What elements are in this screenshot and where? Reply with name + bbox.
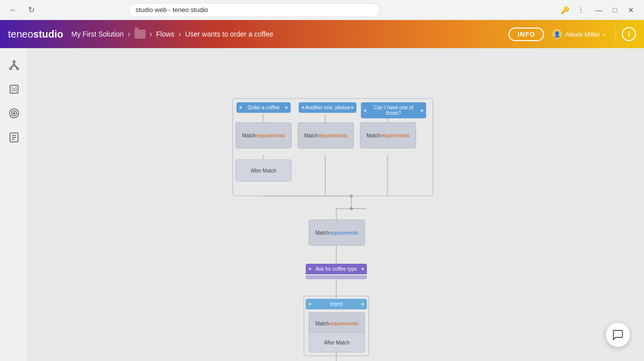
brand-logo: teneostudio [8,29,63,40]
node-order-coffee[interactable]: Order a coffee [236,102,291,113]
breadcrumb-sep-2: › [150,30,152,39]
info-button[interactable]: INFO [508,28,544,41]
breadcrumb: My First Solution › › Flows › User wants… [71,30,508,39]
svg-point-3 [13,64,15,66]
breadcrumb-sep-3: › [179,30,181,39]
kebab-menu-button[interactable]: ⋮ [574,3,588,17]
info-circle-button[interactable]: i [622,27,636,41]
key-icon-btn[interactable]: 🔑 [558,3,572,17]
node-match-req-3[interactable]: Match requirements [360,122,416,148]
top-bar: teneostudio My First Solution › › Flows … [0,20,644,48]
svg-point-0 [13,61,15,63]
node-match-req-5[interactable]: Match requirements [309,312,365,334]
node-intent[interactable]: Intent [306,299,367,309]
close-button[interactable]: ✕ [624,3,638,17]
back-button[interactable]: ← [6,3,20,17]
node-another-one[interactable]: Another one, please [299,102,356,113]
node-ask-coffee-label: Ask for coffee type [311,266,361,272]
user-name: Alexis Miller [565,31,600,38]
node-order-coffee-label: Order a coffee [242,105,285,110]
svg-point-2 [17,68,19,70]
main-layout: [x] [0,48,644,361]
svg-point-11 [10,109,19,118]
breadcrumb-solution[interactable]: My First Solution [71,30,123,38]
node-can-i-have-label: Can I have one of those? [366,105,421,116]
svg-point-1 [10,68,12,70]
window-controls: — □ ✕ [592,3,638,17]
browser-chrome: ← ↻ studio web - teneo studio 🔑 ⋮ — □ ✕ [0,0,644,20]
sidebar-item-targets[interactable] [3,102,25,124]
svg-point-37 [350,195,353,198]
sidebar: [x] [0,48,28,361]
address-bar: studio web - teneo studio [129,3,380,17]
breadcrumb-flow[interactable]: User wants to order a coffee [185,30,274,38]
folder-icon[interactable] [135,30,146,39]
flow-connectors [28,48,480,361]
breadcrumb-sep-1: › [127,30,130,39]
node-match-req-4[interactable]: Match requirements [309,220,365,246]
node-ask-coffee-type[interactable]: Ask for coffee type [306,264,367,279]
canvas-scroll[interactable]: Order a coffee Another one, please [28,48,644,361]
maximize-button[interactable]: □ [608,3,622,17]
sidebar-item-variables[interactable]: [x] [3,78,25,100]
node-after-match-1[interactable]: After Match [235,159,292,182]
sidebar-item-network[interactable] [3,54,25,76]
node-another-one-label: Another one, please [304,105,351,110]
canvas-area[interactable]: Order a coffee Another one, please [28,48,644,361]
address-text: studio web - teneo studio [136,6,208,14]
breadcrumb-flows[interactable]: Flows [156,30,175,38]
node-after-match-2[interactable]: After Match [309,332,365,352]
svg-point-13 [13,113,15,114]
svg-point-36 [350,207,353,210]
svg-point-12 [12,111,17,116]
node-can-i-have[interactable]: Can I have one of those? [361,102,426,118]
user-avatar: 👤 [552,29,562,39]
user-chevron: › [603,31,605,38]
top-bar-divider [615,27,616,42]
brand-text: teneostudio [8,29,63,40]
user-menu[interactable]: 👤 Alexis Miller › [548,27,609,41]
node-match-req-2[interactable]: Match requirements [298,122,354,148]
svg-text:[x]: [x] [12,87,17,92]
sidebar-item-notes[interactable] [3,126,25,148]
node-match-req-1[interactable]: Match requirements [235,122,292,148]
minimize-button[interactable]: — [592,3,606,17]
browser-actions: 🔑 ⋮ [558,3,588,17]
top-bar-right: INFO 👤 Alexis Miller › i [508,27,636,42]
refresh-button[interactable]: ↻ [24,3,38,17]
chat-button[interactable] [606,323,630,347]
canvas-content: Order a coffee Another one, please [28,48,480,361]
node-intent-label: Intent [311,301,361,307]
